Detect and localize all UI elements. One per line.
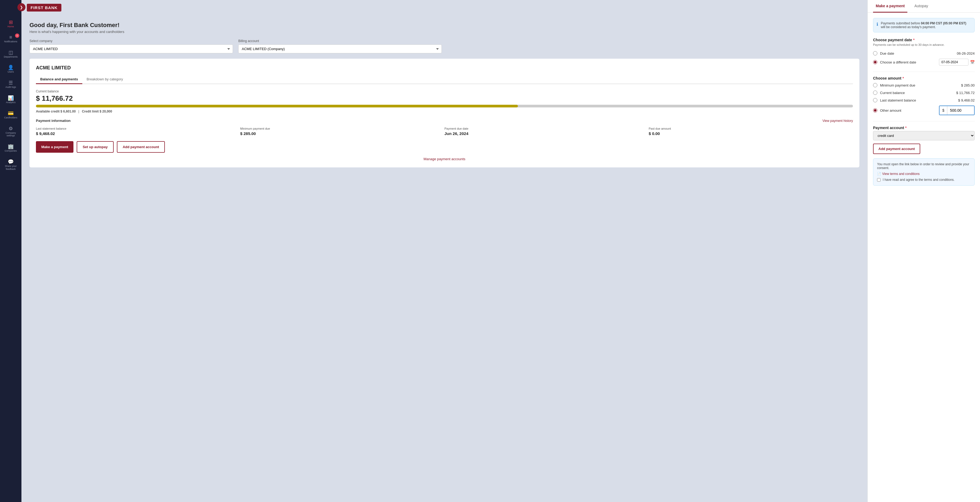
sidebar: ⊞Home0≡Notifications◫Departments👤Users☰A… xyxy=(0,0,21,502)
sidebar-toggle-button[interactable]: ❯ xyxy=(18,3,25,11)
sidebar-item-audit-logs[interactable]: ☰Audit logs xyxy=(0,76,21,92)
available-credit-value: $ 6,601.00 xyxy=(60,110,76,113)
terms-checkbox-label: I have read and agree to the terms and c… xyxy=(883,178,955,182)
other-amount-input-wrap: $ xyxy=(939,106,975,115)
payment-date-title: Choose payment date * xyxy=(873,38,975,42)
other-amount-label: Other amount xyxy=(880,108,902,113)
audit-logs-icon: ☰ xyxy=(9,80,13,86)
sidebar-item-label-share-feedback: Share your feedback xyxy=(0,165,21,171)
filter-form: Select company ACME LIMITED Billing acco… xyxy=(30,39,859,53)
other-amount-option: Other amount $ xyxy=(873,104,975,117)
billing-label: Billing account xyxy=(238,39,442,43)
payment-amount-section: Choose amount * Minimum payment due $ 28… xyxy=(873,76,975,117)
payment-stats: Last statement balance$ 9,468.02Minimum … xyxy=(36,127,853,136)
make-payment-button[interactable]: Make a payment xyxy=(36,141,73,153)
panel-tab-make-payment[interactable]: Make a payment xyxy=(873,0,907,13)
current-balance-radio[interactable] xyxy=(873,91,877,95)
terms-box: You must open the link below in order to… xyxy=(873,158,975,186)
current-balance-label: Current balance xyxy=(880,91,905,95)
sidebar-item-users[interactable]: 👤Users xyxy=(0,61,21,76)
sidebar-item-companies[interactable]: 🏢Companies xyxy=(0,140,21,156)
account-card: ACME LIMITED Balance and paymentsBreakdo… xyxy=(30,59,859,167)
minimum-radio[interactable] xyxy=(873,83,877,87)
stat-payment-due-date: Payment due dateJun 26, 2024 xyxy=(444,127,649,136)
billing-select[interactable]: ACME LIMITED (Company) xyxy=(238,44,442,53)
tab-balance[interactable]: Balance and payments xyxy=(36,75,82,84)
action-buttons: Make a payment Set up autopay Add paymen… xyxy=(36,141,853,153)
document-icon: 📄 xyxy=(877,172,881,176)
account-card-title: ACME LIMITED xyxy=(36,65,853,71)
due-date-value: 06-26-2024 xyxy=(957,51,975,56)
sidebar-item-analytics[interactable]: 📊Analytics xyxy=(0,92,21,107)
sidebar-item-label-companies: Companies xyxy=(3,149,18,153)
minimum-label: Minimum payment due xyxy=(880,83,915,87)
sidebar-item-label-departments: Departments xyxy=(3,56,19,59)
content-area: Good day, First Bank Customer! Here is w… xyxy=(21,15,867,502)
tab-breakdown[interactable]: Breakdown by category xyxy=(82,75,127,84)
sidebar-item-home[interactable]: ⊞Home xyxy=(0,16,21,31)
company-select-group: Select company ACME LIMITED xyxy=(30,39,233,53)
other-amount-input[interactable] xyxy=(947,106,974,114)
panel-add-payment-account-button[interactable]: Add payment account xyxy=(873,144,920,154)
manage-payment-accounts-link[interactable]: Manage payment accounts xyxy=(36,157,853,161)
setup-autopay-button[interactable]: Set up autopay xyxy=(77,141,113,153)
stat-label: Last statement balance xyxy=(36,127,240,130)
sidebar-item-cardholders[interactable]: 💳Cardholders xyxy=(0,107,21,122)
sidebar-item-share-feedback[interactable]: 💬Share your feedback xyxy=(0,156,21,174)
different-date-option: Choose a different date 📅 xyxy=(873,57,975,67)
last-statement-value: $ 9,468.02 xyxy=(958,98,975,102)
sidebar-item-company-settings[interactable]: ⚙Company settings xyxy=(0,122,21,141)
info-banner-text: Payments submitted before 04:00 PM CST (… xyxy=(881,21,971,29)
stat-label: Past due amount xyxy=(649,127,853,130)
payment-account-title: Payment account * xyxy=(873,126,975,130)
other-amount-radio[interactable] xyxy=(873,108,877,113)
company-settings-icon: ⚙ xyxy=(9,126,13,132)
terms-checkbox[interactable] xyxy=(877,178,881,182)
payment-account-select[interactable]: credit card bank account xyxy=(873,131,975,140)
calendar-icon[interactable]: 📅 xyxy=(970,60,975,64)
minimum-payment-option: Minimum payment due $ 285.00 xyxy=(873,81,975,89)
top-bar: FIRST BANK xyxy=(21,0,867,15)
last-statement-option: Last statement balance $ 9,468.02 xyxy=(873,97,975,104)
payment-date-subtitle: Payments can be scheduled up to 30 days … xyxy=(873,43,975,46)
different-date-label: Choose a different date xyxy=(880,60,916,64)
departments-icon: ◫ xyxy=(9,49,13,56)
credit-progress-fill xyxy=(36,105,518,107)
due-date-label: Due date xyxy=(880,51,894,56)
stat-past-due-amount: Past due amount$ 0.00 xyxy=(649,127,853,136)
terms-link[interactable]: 📄 View terms and conditions xyxy=(877,172,970,176)
terms-checkbox-row: I have read and agree to the terms and c… xyxy=(877,178,970,182)
users-icon: 👤 xyxy=(8,65,14,70)
different-date-radio[interactable] xyxy=(873,60,877,64)
date-input[interactable] xyxy=(939,59,969,66)
current-balance-value: $ 11,766.72 xyxy=(956,91,975,95)
account-tabs: Balance and paymentsBreakdown by categor… xyxy=(36,75,853,84)
credit-info: Available credit $ 6,601.00 | Credit lim… xyxy=(36,110,853,113)
greeting: Good day, First Bank Customer! Here is w… xyxy=(30,22,859,34)
notifications-icon: ≡ xyxy=(10,35,12,40)
add-payment-account-button[interactable]: Add payment account xyxy=(117,141,165,153)
view-payment-history-link[interactable]: View payment history xyxy=(822,119,853,123)
company-select[interactable]: ACME LIMITED xyxy=(30,44,233,53)
last-statement-radio[interactable] xyxy=(873,98,877,102)
share-feedback-icon: 💬 xyxy=(8,159,14,165)
panel-tab-autopay[interactable]: Autopay xyxy=(912,0,931,13)
due-date-radio[interactable] xyxy=(873,51,877,56)
credit-limit-value: $ 20,000 xyxy=(99,110,112,113)
stat-label: Minimum payment due xyxy=(240,127,444,130)
right-panel: Make a paymentAutopay ℹ Payments submitt… xyxy=(867,0,980,502)
divider-2 xyxy=(873,121,975,121)
home-icon: ⊞ xyxy=(9,19,13,25)
stat-last-statement-balance: Last statement balance$ 9,468.02 xyxy=(36,127,240,136)
amount-title: Choose amount * xyxy=(873,76,975,80)
sidebar-item-label-cardholders: Cardholders xyxy=(3,116,18,119)
stat-minimum-payment-due: Minimum payment due$ 285.00 xyxy=(240,127,444,136)
sidebar-item-departments[interactable]: ◫Departments xyxy=(0,46,21,62)
sidebar-item-label-notifications: Notifications xyxy=(3,40,18,43)
info-banner: ℹ Payments submitted before 04:00 PM CST… xyxy=(873,18,975,32)
sidebar-item-notifications[interactable]: 0≡Notifications xyxy=(0,31,21,46)
sidebar-item-label-company-settings: Company settings xyxy=(0,132,21,137)
stat-label: Payment due date xyxy=(444,127,649,130)
stat-value: Jun 26, 2024 xyxy=(444,131,649,136)
dollar-prefix: $ xyxy=(940,106,947,114)
